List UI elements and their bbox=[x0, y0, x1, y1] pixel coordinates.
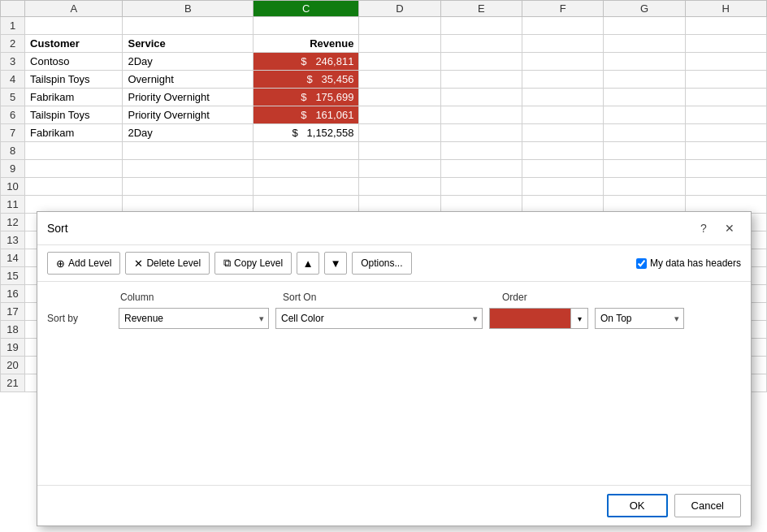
table-row: 9 bbox=[1, 160, 767, 178]
cell-e7[interactable] bbox=[440, 124, 522, 142]
cell-c2[interactable]: Revenue bbox=[253, 35, 358, 53]
cell-g5[interactable] bbox=[604, 89, 685, 106]
cell-f5[interactable] bbox=[522, 89, 604, 106]
dialog-footer: OK Cancel bbox=[37, 485, 751, 526]
delete-level-button[interactable]: ✕ Delete Level bbox=[125, 252, 210, 275]
options-button[interactable]: Options... bbox=[352, 252, 411, 275]
dialog-title-buttons: ? ✕ bbox=[692, 218, 741, 238]
close-button[interactable]: ✕ bbox=[718, 218, 741, 238]
cell-a4[interactable]: Tailspin Toys bbox=[25, 71, 123, 89]
cell-d3[interactable] bbox=[359, 53, 440, 71]
col-header-b[interactable]: B bbox=[123, 1, 254, 17]
col-header-c[interactable]: C bbox=[253, 1, 358, 17]
cell-c4[interactable]: $ 35,456 bbox=[253, 71, 358, 89]
cell-a6[interactable]: Tailspin Toys bbox=[25, 106, 123, 124]
cell-h5[interactable] bbox=[685, 89, 766, 106]
table-row: 3 Contoso 2Day $ 246,811 bbox=[1, 53, 767, 71]
sort-headers: Column Sort On Order bbox=[47, 292, 741, 303]
help-button[interactable]: ? bbox=[692, 218, 715, 238]
cell-f4[interactable] bbox=[522, 71, 604, 89]
cell-b3[interactable]: 2Day bbox=[123, 53, 254, 71]
column-header-label: Column bbox=[120, 292, 283, 303]
cell-b1[interactable] bbox=[123, 17, 254, 35]
cell-f7[interactable] bbox=[522, 124, 604, 142]
cell-e1[interactable] bbox=[440, 17, 522, 35]
cell-g4[interactable] bbox=[604, 71, 685, 89]
copy-level-button[interactable]: ⧉ Copy Level bbox=[214, 252, 292, 275]
col-header-f[interactable]: F bbox=[522, 1, 604, 17]
cell-d6[interactable] bbox=[359, 106, 440, 124]
dialog-titlebar: Sort ? ✕ bbox=[37, 212, 751, 245]
cell-g1[interactable] bbox=[604, 17, 685, 35]
col-header-e[interactable]: E bbox=[440, 1, 522, 17]
move-up-button[interactable]: ▲ bbox=[297, 252, 319, 275]
on-top-select[interactable]: On Top bbox=[595, 308, 684, 329]
cell-h1[interactable] bbox=[685, 17, 766, 35]
cell-g7[interactable] bbox=[604, 124, 685, 142]
cell-b2[interactable]: Service bbox=[123, 35, 254, 53]
cell-e6[interactable] bbox=[440, 106, 522, 124]
col-header-row-num bbox=[1, 1, 25, 17]
cancel-button[interactable]: Cancel bbox=[674, 494, 741, 517]
cell-b7[interactable]: 2Day bbox=[123, 124, 254, 142]
cell-c1[interactable] bbox=[253, 17, 358, 35]
cell-b5[interactable]: Priority Overnight bbox=[123, 89, 254, 106]
column-select[interactable]: Revenue bbox=[119, 308, 269, 329]
cell-h7[interactable] bbox=[685, 124, 766, 142]
cell-d5[interactable] bbox=[359, 89, 440, 106]
cell-h4[interactable] bbox=[685, 71, 766, 89]
cell-a2[interactable]: Customer bbox=[25, 35, 123, 53]
order-header-label: Order bbox=[502, 292, 527, 303]
cell-c3[interactable]: $ 246,811 bbox=[253, 53, 358, 71]
color-swatch[interactable] bbox=[489, 308, 570, 329]
dialog-toolbar: ⊕ Add Level ✕ Delete Level ⧉ Copy Level … bbox=[37, 245, 751, 282]
cell-c7[interactable]: $ 1,152,558 bbox=[253, 124, 358, 142]
col-header-g[interactable]: G bbox=[604, 1, 685, 17]
cell-f6[interactable] bbox=[522, 106, 604, 124]
cell-a1[interactable] bbox=[25, 17, 123, 35]
color-swatch-wrapper: ▾ bbox=[489, 308, 588, 329]
ok-button[interactable]: OK bbox=[607, 494, 668, 517]
cell-a7[interactable]: Fabrikam bbox=[25, 124, 123, 142]
sort-row: Sort by Revenue Cell Color ▾ bbox=[47, 308, 741, 329]
cell-a3[interactable]: Contoso bbox=[25, 53, 123, 71]
table-row: 5 Fabrikam Priority Overnight $ 175,699 bbox=[1, 89, 767, 106]
cell-b6[interactable]: Priority Overnight bbox=[123, 106, 254, 124]
cell-g3[interactable] bbox=[604, 53, 685, 71]
sort-on-select[interactable]: Cell Color bbox=[275, 308, 483, 329]
cell-d7[interactable] bbox=[359, 124, 440, 142]
copy-level-icon: ⧉ bbox=[223, 257, 231, 270]
cell-d4[interactable] bbox=[359, 71, 440, 89]
cell-e3[interactable] bbox=[440, 53, 522, 71]
cell-f3[interactable] bbox=[522, 53, 604, 71]
cell-d1[interactable] bbox=[359, 17, 440, 35]
cell-f1[interactable] bbox=[522, 17, 604, 35]
move-down-button[interactable]: ▼ bbox=[324, 252, 347, 275]
sort-on-select-wrapper: Cell Color bbox=[275, 308, 483, 329]
cell-h2[interactable] bbox=[685, 35, 766, 53]
cell-b4[interactable]: Overnight bbox=[123, 71, 254, 89]
cell-e4[interactable] bbox=[440, 71, 522, 89]
my-data-headers-checkbox[interactable] bbox=[636, 258, 647, 269]
col-header-a[interactable]: A bbox=[25, 1, 123, 17]
cell-d2[interactable] bbox=[359, 35, 440, 53]
cell-f2[interactable] bbox=[522, 35, 604, 53]
table-row: 1 bbox=[1, 17, 767, 35]
color-dropdown-button[interactable]: ▾ bbox=[570, 308, 588, 329]
cell-e5[interactable] bbox=[440, 89, 522, 106]
toolbar-right: My data has headers bbox=[636, 257, 741, 269]
add-level-icon: ⊕ bbox=[56, 257, 65, 270]
cell-c6[interactable]: $ 161,061 bbox=[253, 106, 358, 124]
add-level-label: Add Level bbox=[68, 257, 111, 269]
cell-h6[interactable] bbox=[685, 106, 766, 124]
cell-c5[interactable]: $ 175,699 bbox=[253, 89, 358, 106]
cell-h3[interactable] bbox=[685, 53, 766, 71]
cell-e2[interactable] bbox=[440, 35, 522, 53]
cell-g6[interactable] bbox=[604, 106, 685, 124]
col-header-h[interactable]: H bbox=[685, 1, 766, 17]
my-data-headers-label[interactable]: My data has headers bbox=[636, 257, 741, 269]
col-header-d[interactable]: D bbox=[359, 1, 440, 17]
add-level-button[interactable]: ⊕ Add Level bbox=[47, 252, 120, 275]
cell-a5[interactable]: Fabrikam bbox=[25, 89, 123, 106]
cell-g2[interactable] bbox=[604, 35, 685, 53]
